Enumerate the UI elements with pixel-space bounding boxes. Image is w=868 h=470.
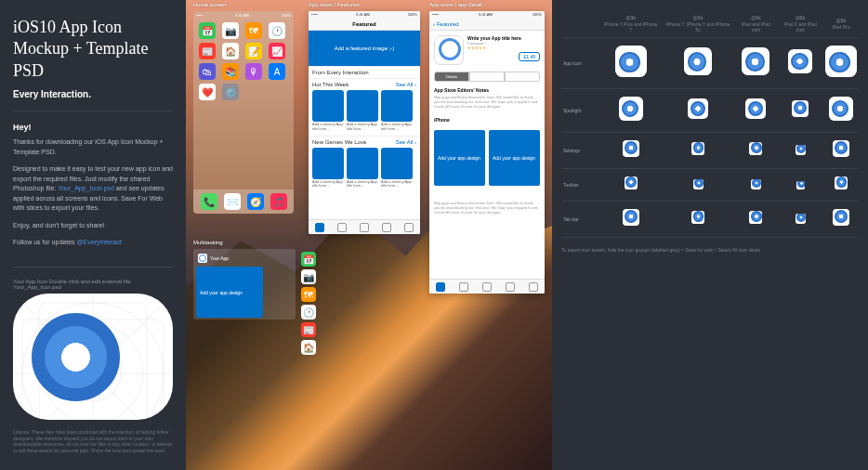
tab-updates-icon[interactable]: [404, 223, 414, 232]
stack-app-icon: 🕐: [301, 305, 316, 320]
section-label-home: Home screen: [193, 2, 227, 7]
home-app-icon[interactable]: 📅: [199, 22, 216, 39]
screenshot-placeholder[interactable]: Add your app design: [489, 130, 540, 186]
twitter-link[interactable]: @EveryInteract: [76, 239, 121, 245]
home-app-icon[interactable]: A: [269, 63, 285, 80]
section-new: New Games We Love: [312, 139, 366, 145]
home-app-icon[interactable]: 📰: [199, 43, 216, 59]
tab-categories-icon[interactable]: [337, 223, 347, 232]
home-app-icon[interactable]: 📚: [222, 63, 239, 80]
tab-featured-icon[interactable]: [436, 282, 445, 292]
section-from: From Every Interaction: [312, 70, 369, 75]
tab-categories-icon[interactable]: [459, 282, 468, 292]
icon-cell: [823, 201, 859, 237]
home-app-icon[interactable]: 📷: [222, 22, 239, 39]
dock-app-icon[interactable]: 🎵: [270, 193, 287, 210]
size-icon[interactable]: [691, 142, 704, 155]
size-icon[interactable]: [751, 179, 761, 189]
home-app-icon[interactable]: ⚙️: [222, 84, 239, 100]
screenshot-placeholder[interactable]: Add your app design: [434, 130, 485, 186]
app-card[interactable]: Add a dummy App title here…: [347, 148, 378, 189]
size-icon[interactable]: [745, 98, 766, 119]
tab-updates-icon[interactable]: [529, 282, 538, 292]
icon-cell: [777, 37, 823, 88]
dock-app-icon[interactable]: 🧭: [247, 193, 264, 210]
tab-search-icon[interactable]: [382, 223, 391, 232]
size-icon[interactable]: [796, 214, 806, 224]
size-icon[interactable]: [829, 97, 853, 121]
home-app-icon[interactable]: 🕐: [269, 22, 285, 39]
seg-related[interactable]: Related: [505, 72, 540, 82]
home-app-icon[interactable]: 🎙: [245, 63, 262, 80]
app-card[interactable]: Add a dummy App title here…: [312, 148, 344, 189]
size-icon[interactable]: [619, 97, 643, 121]
multitask-card[interactable]: Add your app design: [196, 267, 263, 318]
icon-cell: [661, 132, 734, 168]
stack-app-icon: 📅: [301, 252, 316, 267]
featured-hero[interactable]: Add a featured image ;-): [309, 31, 420, 66]
icon-cell: [777, 201, 823, 237]
size-icon[interactable]: [749, 142, 762, 155]
size-icon[interactable]: [788, 49, 812, 73]
nav-title: Featured: [312, 21, 416, 27]
home-app-icon[interactable]: 🛍: [199, 63, 216, 80]
size-icon[interactable]: [835, 176, 848, 189]
size-icon[interactable]: [625, 176, 638, 189]
dock-app-icon[interactable]: 📞: [201, 193, 217, 210]
tab-top-icon[interactable]: [482, 282, 492, 292]
back-button[interactable]: ‹ Featured: [433, 21, 459, 27]
app-card[interactable]: Add a dummy App title here…: [312, 90, 344, 132]
multitask-stack: 📅📷🗺🕐📰🏠: [301, 249, 335, 358]
size-icon[interactable]: [615, 46, 647, 77]
divider: [13, 111, 173, 111]
size-icon[interactable]: [742, 47, 769, 75]
screenshots: Add your app design Add your app design: [429, 126, 545, 189]
divider: [13, 267, 173, 268]
size-icon[interactable]: [796, 181, 805, 189]
size-icon[interactable]: [833, 140, 849, 157]
icon-cell: [600, 37, 661, 88]
tab-featured-icon[interactable]: [315, 223, 324, 232]
row-label: Settings: [561, 132, 600, 168]
size-icon[interactable]: [825, 46, 857, 77]
see-all-link[interactable]: See All ›: [396, 139, 416, 145]
size-icon[interactable]: [688, 98, 708, 119]
size-icon[interactable]: [796, 145, 806, 155]
app-card[interactable]: Add a dummy App title here…: [381, 90, 413, 132]
size-icon[interactable]: [749, 211, 762, 224]
home-app-icon[interactable]: 📈: [269, 43, 285, 59]
tab-search-icon[interactable]: [506, 282, 515, 292]
export-instructions: To export icon assets, hide the icon gro…: [561, 247, 859, 253]
brand-name: Every Interaction.: [13, 89, 173, 99]
size-icon[interactable]: [623, 209, 639, 226]
stack-app-icon: 🗺: [301, 287, 316, 302]
enjoy-paragraph: Enjoy, and don't forget to share!: [13, 221, 173, 231]
segmented-control[interactable]: Details Reviews Related: [434, 72, 540, 82]
home-screen-mockup: ••••• 9:41 AM 100% 📅📷🗺🕐📰🏠📝📈🛍📚🎙A❤️⚙️ 📞✉️🧭…: [193, 11, 294, 214]
home-app-icon[interactable]: 🗺: [245, 22, 262, 39]
home-app-icon[interactable]: 📝: [245, 43, 262, 59]
tab-top-icon[interactable]: [360, 223, 369, 232]
size-icon[interactable]: [684, 47, 712, 75]
app-card[interactable]: Add a dummy App title here…: [381, 148, 413, 189]
app-icon-template[interactable]: [13, 294, 173, 420]
size-icon[interactable]: [792, 100, 809, 117]
section-label-detail: App store / app detail: [429, 2, 482, 7]
seg-reviews[interactable]: Reviews: [469, 72, 505, 82]
app-card[interactable]: Add a dummy App title here…: [347, 90, 378, 132]
size-icon[interactable]: [691, 211, 704, 224]
icon-cell: [777, 168, 823, 201]
size-icon[interactable]: [833, 209, 849, 226]
psd-file-link[interactable]: Your_App_Icon.psd: [58, 185, 114, 191]
row-label: App icon: [561, 37, 600, 88]
dock-app-icon[interactable]: ✉️: [224, 193, 241, 210]
see-all-link[interactable]: See All ›: [396, 82, 416, 87]
mockup-canvas: Home screen App store / Featured App sto…: [186, 0, 552, 470]
seg-details[interactable]: Details: [434, 72, 469, 82]
size-icon[interactable]: [693, 179, 704, 189]
home-app-icon[interactable]: 🏠: [222, 43, 239, 59]
featured-mockup: •••••9:41 AM100% Featured Add a featured…: [309, 11, 420, 234]
home-app-icon[interactable]: ❤️: [199, 84, 216, 100]
size-icon[interactable]: [623, 140, 639, 157]
price-button[interactable]: £1.49: [519, 52, 540, 61]
